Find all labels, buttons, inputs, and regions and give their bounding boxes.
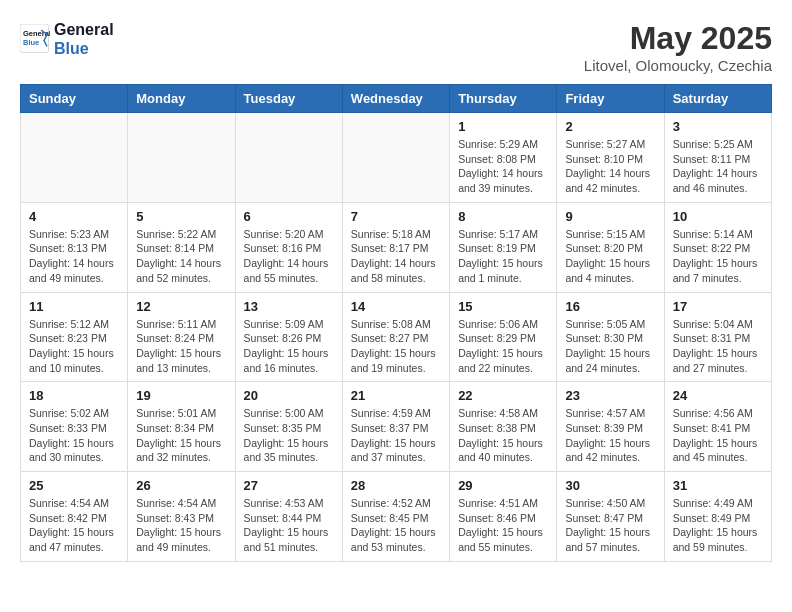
day-cell-5-7: 31Sunrise: 4:49 AM Sunset: 8:49 PM Dayli… — [664, 472, 771, 562]
day-number: 11 — [29, 299, 119, 314]
day-info: Sunrise: 5:14 AM Sunset: 8:22 PM Dayligh… — [673, 227, 763, 286]
day-number: 29 — [458, 478, 548, 493]
header-wednesday: Wednesday — [342, 85, 449, 113]
day-cell-5-3: 27Sunrise: 4:53 AM Sunset: 8:44 PM Dayli… — [235, 472, 342, 562]
day-cell-1-5: 1Sunrise: 5:29 AM Sunset: 8:08 PM Daylig… — [450, 113, 557, 203]
title-block: May 2025 Litovel, Olomoucky, Czechia — [584, 20, 772, 74]
day-number: 30 — [565, 478, 655, 493]
day-cell-3-2: 12Sunrise: 5:11 AM Sunset: 8:24 PM Dayli… — [128, 292, 235, 382]
day-info: Sunrise: 5:00 AM Sunset: 8:35 PM Dayligh… — [244, 406, 334, 465]
day-cell-1-3 — [235, 113, 342, 203]
day-number: 1 — [458, 119, 548, 134]
day-number: 13 — [244, 299, 334, 314]
day-info: Sunrise: 5:23 AM Sunset: 8:13 PM Dayligh… — [29, 227, 119, 286]
day-cell-2-7: 10Sunrise: 5:14 AM Sunset: 8:22 PM Dayli… — [664, 202, 771, 292]
day-cell-1-4 — [342, 113, 449, 203]
header-thursday: Thursday — [450, 85, 557, 113]
day-cell-3-1: 11Sunrise: 5:12 AM Sunset: 8:23 PM Dayli… — [21, 292, 128, 382]
day-cell-3-7: 17Sunrise: 5:04 AM Sunset: 8:31 PM Dayli… — [664, 292, 771, 382]
day-number: 31 — [673, 478, 763, 493]
day-number: 17 — [673, 299, 763, 314]
day-info: Sunrise: 4:51 AM Sunset: 8:46 PM Dayligh… — [458, 496, 548, 555]
day-cell-2-1: 4Sunrise: 5:23 AM Sunset: 8:13 PM Daylig… — [21, 202, 128, 292]
day-number: 14 — [351, 299, 441, 314]
day-cell-2-6: 9Sunrise: 5:15 AM Sunset: 8:20 PM Daylig… — [557, 202, 664, 292]
day-info: Sunrise: 5:15 AM Sunset: 8:20 PM Dayligh… — [565, 227, 655, 286]
day-number: 10 — [673, 209, 763, 224]
page-header: General Blue General Blue May 2025 Litov… — [20, 20, 772, 74]
day-number: 26 — [136, 478, 226, 493]
day-info: Sunrise: 4:57 AM Sunset: 8:39 PM Dayligh… — [565, 406, 655, 465]
day-number: 8 — [458, 209, 548, 224]
day-cell-4-4: 21Sunrise: 4:59 AM Sunset: 8:37 PM Dayli… — [342, 382, 449, 472]
day-number: 23 — [565, 388, 655, 403]
logo-icon: General Blue — [20, 24, 50, 54]
day-info: Sunrise: 5:05 AM Sunset: 8:30 PM Dayligh… — [565, 317, 655, 376]
day-info: Sunrise: 5:04 AM Sunset: 8:31 PM Dayligh… — [673, 317, 763, 376]
month-title: May 2025 — [584, 20, 772, 57]
day-info: Sunrise: 4:54 AM Sunset: 8:43 PM Dayligh… — [136, 496, 226, 555]
day-info: Sunrise: 4:58 AM Sunset: 8:38 PM Dayligh… — [458, 406, 548, 465]
day-cell-4-2: 19Sunrise: 5:01 AM Sunset: 8:34 PM Dayli… — [128, 382, 235, 472]
week-row-4: 18Sunrise: 5:02 AM Sunset: 8:33 PM Dayli… — [21, 382, 772, 472]
day-number: 7 — [351, 209, 441, 224]
day-cell-5-6: 30Sunrise: 4:50 AM Sunset: 8:47 PM Dayli… — [557, 472, 664, 562]
day-info: Sunrise: 5:02 AM Sunset: 8:33 PM Dayligh… — [29, 406, 119, 465]
day-cell-4-6: 23Sunrise: 4:57 AM Sunset: 8:39 PM Dayli… — [557, 382, 664, 472]
logo: General Blue General Blue — [20, 20, 114, 58]
day-info: Sunrise: 4:52 AM Sunset: 8:45 PM Dayligh… — [351, 496, 441, 555]
day-cell-5-2: 26Sunrise: 4:54 AM Sunset: 8:43 PM Dayli… — [128, 472, 235, 562]
day-cell-1-6: 2Sunrise: 5:27 AM Sunset: 8:10 PM Daylig… — [557, 113, 664, 203]
day-number: 22 — [458, 388, 548, 403]
day-info: Sunrise: 5:17 AM Sunset: 8:19 PM Dayligh… — [458, 227, 548, 286]
day-cell-4-1: 18Sunrise: 5:02 AM Sunset: 8:33 PM Dayli… — [21, 382, 128, 472]
day-number: 3 — [673, 119, 763, 134]
day-cell-3-6: 16Sunrise: 5:05 AM Sunset: 8:30 PM Dayli… — [557, 292, 664, 382]
day-info: Sunrise: 5:27 AM Sunset: 8:10 PM Dayligh… — [565, 137, 655, 196]
header-friday: Friday — [557, 85, 664, 113]
day-cell-5-5: 29Sunrise: 4:51 AM Sunset: 8:46 PM Dayli… — [450, 472, 557, 562]
day-number: 16 — [565, 299, 655, 314]
day-info: Sunrise: 4:53 AM Sunset: 8:44 PM Dayligh… — [244, 496, 334, 555]
day-info: Sunrise: 5:06 AM Sunset: 8:29 PM Dayligh… — [458, 317, 548, 376]
week-row-3: 11Sunrise: 5:12 AM Sunset: 8:23 PM Dayli… — [21, 292, 772, 382]
day-cell-3-4: 14Sunrise: 5:08 AM Sunset: 8:27 PM Dayli… — [342, 292, 449, 382]
day-cell-1-2 — [128, 113, 235, 203]
day-cell-4-3: 20Sunrise: 5:00 AM Sunset: 8:35 PM Dayli… — [235, 382, 342, 472]
day-info: Sunrise: 5:09 AM Sunset: 8:26 PM Dayligh… — [244, 317, 334, 376]
day-info: Sunrise: 5:12 AM Sunset: 8:23 PM Dayligh… — [29, 317, 119, 376]
day-cell-2-3: 6Sunrise: 5:20 AM Sunset: 8:16 PM Daylig… — [235, 202, 342, 292]
header-tuesday: Tuesday — [235, 85, 342, 113]
week-row-1: 1Sunrise: 5:29 AM Sunset: 8:08 PM Daylig… — [21, 113, 772, 203]
day-info: Sunrise: 5:08 AM Sunset: 8:27 PM Dayligh… — [351, 317, 441, 376]
day-number: 12 — [136, 299, 226, 314]
day-info: Sunrise: 4:59 AM Sunset: 8:37 PM Dayligh… — [351, 406, 441, 465]
day-number: 18 — [29, 388, 119, 403]
day-number: 27 — [244, 478, 334, 493]
day-number: 5 — [136, 209, 226, 224]
calendar-table: Sunday Monday Tuesday Wednesday Thursday… — [20, 84, 772, 562]
day-cell-3-5: 15Sunrise: 5:06 AM Sunset: 8:29 PM Dayli… — [450, 292, 557, 382]
day-cell-2-5: 8Sunrise: 5:17 AM Sunset: 8:19 PM Daylig… — [450, 202, 557, 292]
logo-text: General Blue — [54, 20, 114, 58]
day-cell-4-5: 22Sunrise: 4:58 AM Sunset: 8:38 PM Dayli… — [450, 382, 557, 472]
day-info: Sunrise: 5:01 AM Sunset: 8:34 PM Dayligh… — [136, 406, 226, 465]
header-saturday: Saturday — [664, 85, 771, 113]
day-number: 4 — [29, 209, 119, 224]
day-cell-5-1: 25Sunrise: 4:54 AM Sunset: 8:42 PM Dayli… — [21, 472, 128, 562]
day-number: 21 — [351, 388, 441, 403]
day-info: Sunrise: 4:56 AM Sunset: 8:41 PM Dayligh… — [673, 406, 763, 465]
svg-text:Blue: Blue — [23, 38, 39, 47]
location-subtitle: Litovel, Olomoucky, Czechia — [584, 57, 772, 74]
day-number: 25 — [29, 478, 119, 493]
day-number: 20 — [244, 388, 334, 403]
day-number: 19 — [136, 388, 226, 403]
day-number: 15 — [458, 299, 548, 314]
day-info: Sunrise: 4:49 AM Sunset: 8:49 PM Dayligh… — [673, 496, 763, 555]
day-cell-2-4: 7Sunrise: 5:18 AM Sunset: 8:17 PM Daylig… — [342, 202, 449, 292]
day-cell-5-4: 28Sunrise: 4:52 AM Sunset: 8:45 PM Dayli… — [342, 472, 449, 562]
week-row-2: 4Sunrise: 5:23 AM Sunset: 8:13 PM Daylig… — [21, 202, 772, 292]
day-info: Sunrise: 5:29 AM Sunset: 8:08 PM Dayligh… — [458, 137, 548, 196]
day-info: Sunrise: 5:22 AM Sunset: 8:14 PM Dayligh… — [136, 227, 226, 286]
header-sunday: Sunday — [21, 85, 128, 113]
